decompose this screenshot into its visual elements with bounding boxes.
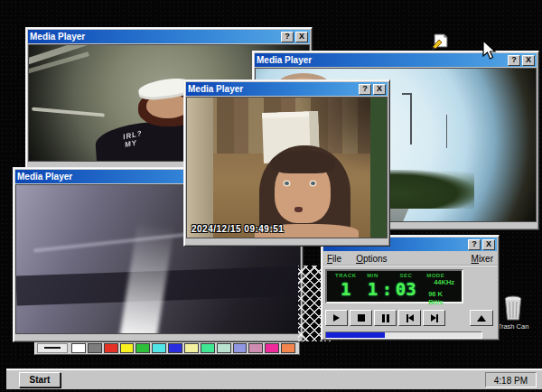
close-button[interactable]: X xyxy=(373,84,386,95)
help-button[interactable]: ? xyxy=(468,239,481,250)
play-icon xyxy=(333,314,340,322)
mouse-cursor xyxy=(482,40,497,65)
color-swatch[interactable] xyxy=(104,343,118,353)
color-swatch[interactable] xyxy=(201,343,215,353)
color-palette-strip xyxy=(34,341,300,355)
note-pencil-icon[interactable] xyxy=(430,33,452,56)
foliage-strip xyxy=(370,98,387,238)
color-swatch[interactable] xyxy=(88,343,102,353)
desktop: Media Player ? X IRL? MY Media Player ? xyxy=(0,0,542,392)
color-swatch[interactable] xyxy=(265,343,279,353)
stop-button[interactable] xyxy=(350,310,372,326)
titlebar[interactable]: Media Player ? X xyxy=(186,82,388,96)
media-player-window-face: Media Player ? X 2024/12/15 09:49:51 xyxy=(183,79,390,247)
sec-value: 03 xyxy=(396,278,416,300)
titlebar[interactable]: Media Player ? X xyxy=(28,30,310,43)
light-streak xyxy=(119,201,177,334)
pause-button[interactable] xyxy=(374,310,397,326)
video-face-feed: 2024/12/15 09:49:51 xyxy=(186,97,388,238)
track-value: 1 xyxy=(341,278,350,300)
close-button[interactable]: X xyxy=(522,55,535,66)
start-button[interactable]: Start xyxy=(19,372,61,387)
transport-controls xyxy=(325,310,495,326)
color-swatch[interactable] xyxy=(120,343,135,353)
eject-button[interactable] xyxy=(470,310,493,326)
window-title: Media Player xyxy=(188,82,357,96)
progress-fill xyxy=(326,332,385,338)
stone-pillar xyxy=(187,98,213,238)
color-swatch[interactable] xyxy=(184,343,199,353)
audio-player-window: ? X File Options Mixer TRACK 1 MIN 1 : S xyxy=(321,235,500,341)
handrail xyxy=(32,107,105,117)
window-title: Media Player xyxy=(30,30,279,43)
menu-bar: File Options Mixer xyxy=(323,252,497,266)
lcd-display: TRACK 1 MIN 1 : SEC 03 MODE 44KHz 96 K B… xyxy=(325,269,463,303)
trash-can-label: Trash Can xyxy=(498,322,529,331)
color-swatch[interactable] xyxy=(233,343,248,353)
person-eye xyxy=(311,182,315,185)
color-swatch[interactable] xyxy=(217,343,231,353)
person-face xyxy=(146,94,189,118)
seek-progress-bar[interactable] xyxy=(325,331,482,339)
color-swatch[interactable] xyxy=(152,343,166,353)
pause-icon xyxy=(382,314,389,322)
menu-options[interactable]: Options xyxy=(356,254,387,264)
menu-mixer[interactable]: Mixer xyxy=(472,254,493,264)
color-swatch[interactable] xyxy=(248,343,263,353)
stop-icon xyxy=(358,314,365,322)
help-button[interactable]: ? xyxy=(359,84,371,95)
help-button[interactable]: ? xyxy=(508,55,520,66)
eject-icon xyxy=(477,315,486,322)
window-title: Media Player xyxy=(257,53,506,67)
play-button[interactable] xyxy=(325,310,348,326)
bitrate-value: 96 K Bit/s xyxy=(428,290,459,306)
next-track-button[interactable] xyxy=(423,310,445,326)
palette-swatches xyxy=(71,343,297,353)
person-mouth xyxy=(294,207,303,212)
street-lamp xyxy=(410,93,412,145)
line-tool-icon[interactable] xyxy=(37,343,68,353)
color-swatch[interactable] xyxy=(168,343,182,353)
next-icon xyxy=(431,314,438,322)
khz-value: 44KHz xyxy=(434,278,459,286)
taskbar-clock: 4:18 PM xyxy=(485,372,537,387)
person-bangs xyxy=(271,151,335,173)
video-timestamp: 2024/12/15 09:49:51 xyxy=(192,224,284,234)
trash-can-icon[interactable]: Trash Can xyxy=(495,294,531,331)
help-button[interactable]: ? xyxy=(281,32,294,42)
street-lamp xyxy=(446,115,447,148)
previous-track-button[interactable] xyxy=(398,310,421,326)
taskbar: Start 4:18 PM xyxy=(6,369,542,389)
min-value: 1 xyxy=(368,278,378,300)
color-swatch[interactable] xyxy=(136,343,150,353)
color-swatch[interactable] xyxy=(281,343,295,353)
close-button[interactable]: X xyxy=(295,32,308,42)
close-button[interactable]: X xyxy=(482,239,495,250)
previous-icon xyxy=(406,314,414,322)
menu-file[interactable]: File xyxy=(327,254,341,264)
color-swatch[interactable] xyxy=(71,343,86,353)
